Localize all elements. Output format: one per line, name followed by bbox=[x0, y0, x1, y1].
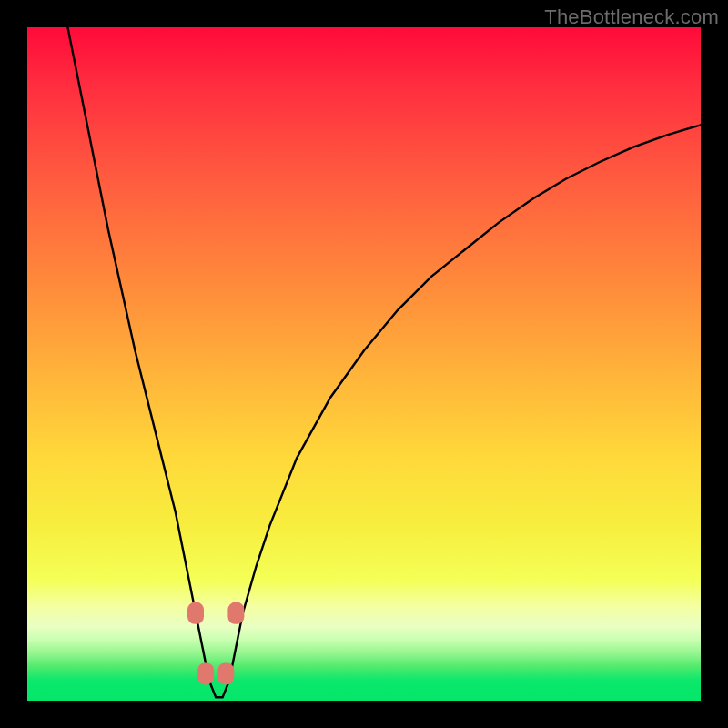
marker-right-lower bbox=[217, 662, 234, 684]
marker-left-upper bbox=[187, 602, 204, 624]
marker-right-upper bbox=[228, 602, 244, 624]
plot-svg bbox=[27, 27, 701, 701]
marker-left-lower bbox=[197, 662, 214, 684]
chart-frame: TheBottleneck.com bbox=[0, 0, 728, 728]
plot-area bbox=[27, 27, 701, 701]
watermark-text: TheBottleneck.com bbox=[544, 5, 719, 29]
bottleneck-curve bbox=[67, 27, 701, 697]
